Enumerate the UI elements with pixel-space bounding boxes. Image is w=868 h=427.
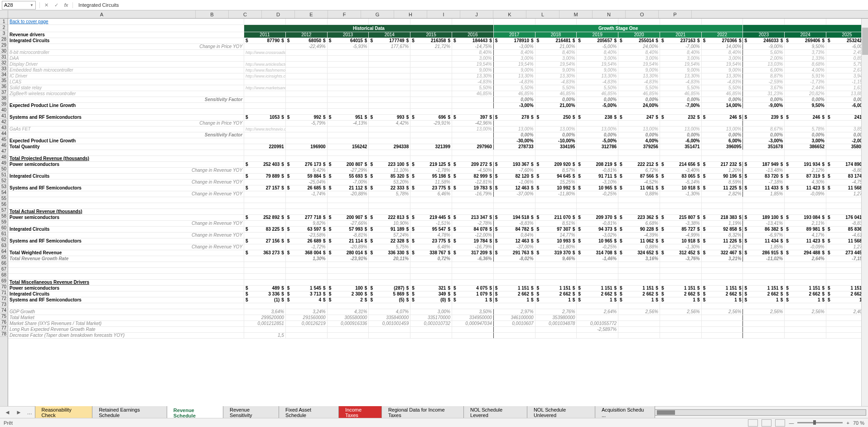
tab-nav-prev[interactable]: ◄ <box>2 409 13 416</box>
col-header-h[interactable]: H <box>394 10 427 18</box>
row-header-35[interactable]: 35 <box>0 78 8 83</box>
col-header-n[interactable]: N <box>593 10 626 18</box>
col-header-m[interactable]: M <box>559 10 593 18</box>
scrollbar-thumb[interactable] <box>862 28 868 55</box>
column-headers: A B C D E F G H I J K L M N O P <box>0 10 868 19</box>
row-header-64[interactable]: 64 <box>0 248 8 254</box>
row-header-1[interactable]: 1 <box>0 19 8 24</box>
row-header-38[interactable]: 38 <box>0 95 8 101</box>
row-header-53[interactable]: 53 <box>0 184 8 189</box>
row-header-50[interactable]: 50 <box>0 166 8 172</box>
view-layout-icon[interactable] <box>762 419 772 427</box>
row-header-69[interactable]: 69 <box>0 278 8 284</box>
row-header-29[interactable]: 29 <box>0 42 8 48</box>
zoom-minus[interactable]: — <box>789 420 794 426</box>
row-header-52[interactable]: 52 <box>0 178 8 184</box>
view-pagebreak-icon[interactable] <box>775 419 785 427</box>
row-header-42[interactable]: 42 <box>0 119 8 125</box>
col-header-o[interactable]: O <box>626 10 659 18</box>
grid[interactable]: Back to cover pageHistorical DataGrowth … <box>8 19 868 406</box>
row-header-51[interactable]: 51 <box>0 172 8 178</box>
row-header-54[interactable]: 54 <box>0 189 8 195</box>
horizontal-tab-scrollbar[interactable] <box>655 409 866 416</box>
cell-ref-text: A28 <box>4 2 13 8</box>
row-header-46[interactable]: 46 <box>0 142 8 148</box>
formula-input[interactable] <box>77 1 866 10</box>
row-header-43[interactable]: 43 <box>0 125 8 131</box>
col-header-j[interactable]: J <box>460 10 493 18</box>
zoom-plus[interactable]: + <box>846 420 849 426</box>
row-header-75[interactable]: 75 <box>0 313 8 319</box>
row-header-49[interactable]: 49 <box>0 160 8 166</box>
zoom-thumb[interactable] <box>813 420 816 425</box>
fx-icon[interactable]: fx <box>63 2 70 8</box>
row-header-61[interactable]: 61 <box>0 231 8 237</box>
col-header-e[interactable]: E <box>295 10 328 18</box>
row-header-33[interactable]: 33 <box>0 66 8 72</box>
col-header-b[interactable]: B <box>196 10 229 18</box>
row-header-47[interactable]: 47 <box>0 148 8 154</box>
row-header-66[interactable]: 66 <box>0 260 8 266</box>
row-header-37[interactable]: 37 <box>0 89 8 95</box>
row-header-63[interactable]: 63 <box>0 243 8 248</box>
row-header-3[interactable]: 3 <box>0 30 8 36</box>
zoom-level[interactable]: 70 % <box>853 420 864 426</box>
col-header-l[interactable]: L <box>526 10 559 18</box>
row-header-77[interactable]: 77 <box>0 325 8 331</box>
row-header-60[interactable]: 60 <box>0 225 8 231</box>
row-header-44[interactable]: 44 <box>0 131 8 136</box>
row-header-74[interactable]: 74 <box>0 307 8 313</box>
row-header-65[interactable]: 65 <box>0 254 8 260</box>
row-header-76[interactable]: 76 <box>0 319 8 325</box>
row-header-45[interactable]: 45 <box>0 136 8 142</box>
row-header-72[interactable]: 72 <box>0 296 8 301</box>
back-link[interactable]: Back to cover page <box>10 19 48 24</box>
row-header-34[interactable]: 34 <box>0 72 8 78</box>
row-header-31[interactable]: 31 <box>0 54 8 60</box>
col-header-f[interactable]: F <box>328 10 361 18</box>
col-header-c[interactable]: C <box>229 10 262 18</box>
row-header-36[interactable]: 36 <box>0 83 8 89</box>
row-header-59[interactable]: 59 <box>0 219 8 225</box>
row-headers: 1232829303132333435363738394041424344454… <box>0 19 8 406</box>
col-header-p[interactable]: P <box>659 10 692 18</box>
tab-nav-next[interactable]: ► <box>13 409 24 416</box>
row-header-58[interactable]: 58 <box>0 213 8 219</box>
zoom-slider[interactable] <box>797 422 843 423</box>
tab-scroll-thumb[interactable] <box>657 410 675 415</box>
row-header-28[interactable]: 28 <box>0 36 8 42</box>
select-all-corner[interactable] <box>0 10 8 18</box>
row-header-40[interactable]: 40 <box>0 107 8 113</box>
col-header-k[interactable]: K <box>493 10 526 18</box>
row-header-39[interactable]: 39 <box>0 101 8 107</box>
col-header-i[interactable]: I <box>427 10 460 18</box>
spreadsheet-table[interactable]: Back to cover pageHistorical DataGrowth … <box>8 19 868 339</box>
row-header-30[interactable]: 30 <box>0 48 8 54</box>
row-header-78[interactable]: 78 <box>0 331 8 337</box>
accept-icon[interactable]: ✓ <box>53 2 60 8</box>
row-header-68[interactable]: 68 <box>0 272 8 278</box>
row-header-57[interactable]: 57 <box>0 207 8 213</box>
row-header-62[interactable]: 62 <box>0 237 8 243</box>
status-bar-right: — + 70 % <box>748 419 864 427</box>
col-header-g[interactable]: G <box>361 10 394 18</box>
col-header-d[interactable]: D <box>262 10 295 18</box>
row-header-41[interactable]: 41 <box>0 113 8 119</box>
row-header-48[interactable]: 48 <box>0 154 8 160</box>
row-header-56[interactable]: 56 <box>0 201 8 207</box>
cancel-icon[interactable]: ✕ <box>43 2 50 8</box>
tab-nav-dots[interactable]: ... <box>24 409 35 416</box>
view-normal-icon[interactable] <box>748 419 758 427</box>
row-header-70[interactable]: 70 <box>0 284 8 290</box>
cell-reference-box[interactable]: A28 ▼ <box>2 1 36 10</box>
row-header-2[interactable]: 2 <box>0 24 8 30</box>
row-header-71[interactable]: 71 <box>0 290 8 296</box>
grid-wrap: 1232829303132333435363738394041424344454… <box>0 19 868 406</box>
row-header-55[interactable]: 55 <box>0 195 8 201</box>
row-header-32[interactable]: 32 <box>0 60 8 66</box>
row-header-67[interactable]: 67 <box>0 266 8 272</box>
row-header-73[interactable]: 73 <box>0 301 8 307</box>
col-header-a[interactable]: A <box>8 10 196 18</box>
chevron-down-icon[interactable]: ▼ <box>30 3 34 7</box>
vertical-scrollbar[interactable] <box>861 19 868 406</box>
